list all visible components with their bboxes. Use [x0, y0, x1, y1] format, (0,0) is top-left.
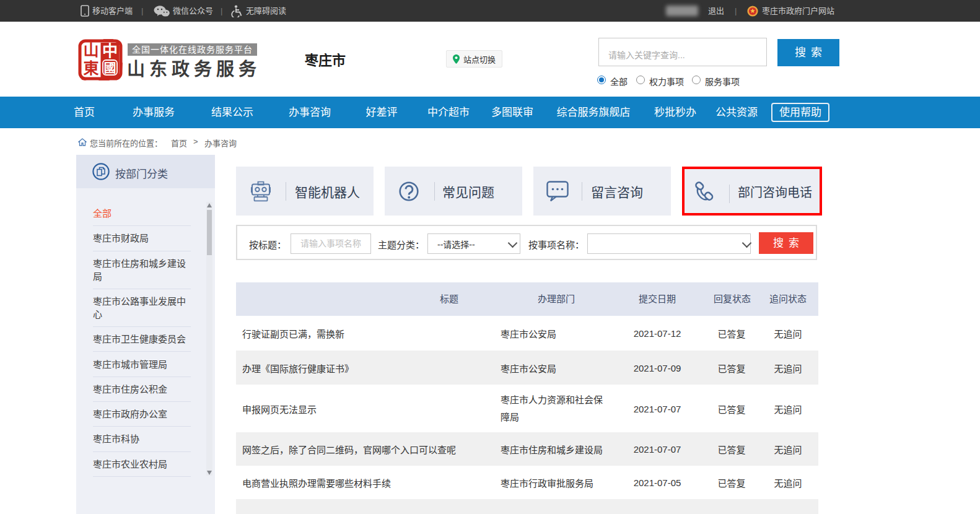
svg-text:國: 國 — [104, 61, 116, 75]
svg-text:中: 中 — [102, 43, 118, 59]
svg-text:山: 山 — [83, 42, 98, 59]
svg-text:東: 東 — [83, 60, 98, 77]
